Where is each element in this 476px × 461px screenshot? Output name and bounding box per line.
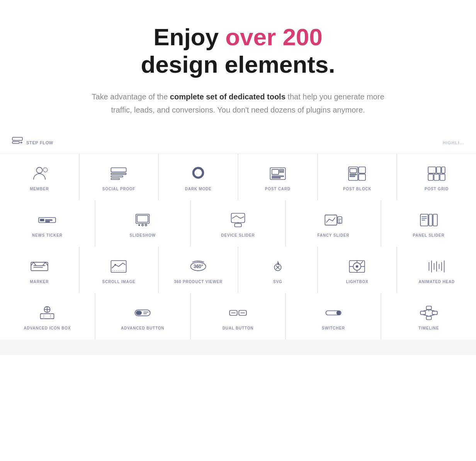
svg-rect-13 — [272, 169, 279, 174]
card-dual-button[interactable]: DUAL BUTTON — [191, 293, 286, 340]
slideshow-icon — [133, 212, 152, 228]
360-viewer-label: 360 PRODUCT VIEWER — [174, 280, 223, 284]
card-panel-slider[interactable]: PANEL SLIDER — [381, 200, 476, 247]
svg-rect-53 — [31, 262, 48, 271]
card-post-block[interactable]: POST BLOCK — [318, 154, 397, 200]
scroll-image-icon — [109, 259, 128, 274]
svg-point-4 — [36, 167, 42, 173]
row-2: NEWS TICKER SLIDESHOW — [0, 200, 476, 247]
svg-line-71 — [360, 261, 363, 264]
dark-mode-icon — [189, 166, 207, 181]
card-marker[interactable]: MARKER — [0, 247, 79, 293]
member-icon — [30, 166, 49, 181]
svg-rect-20 — [359, 174, 366, 180]
card-switcher[interactable]: SWITCHER — [286, 293, 381, 340]
svg-point-38 — [145, 224, 147, 226]
bottom-spacer — [0, 340, 476, 355]
svg-rect-19 — [359, 167, 366, 173]
news-ticker-icon — [38, 212, 56, 228]
360-viewer-icon: 360° — [189, 259, 207, 274]
svg-rect-16 — [272, 176, 284, 177]
marker-label: MARKER — [30, 280, 49, 284]
svg-rect-98 — [432, 311, 437, 315]
post-block-label: POST BLOCK — [343, 187, 372, 191]
fancy-slider-label: FANCY SLIDER — [317, 233, 349, 237]
svg-point-57 — [115, 264, 116, 266]
panel-slider-icon — [420, 212, 438, 228]
social-proof-label: SOCIAL PROOF — [102, 187, 136, 191]
card-post-card[interactable]: POST CARD — [238, 154, 317, 200]
svg-rect-7 — [111, 173, 126, 174]
card-member[interactable]: MEMBER — [0, 154, 79, 200]
card-fancy-slider[interactable]: FANCY SLIDER — [286, 200, 381, 247]
fancy-slider-icon — [324, 212, 343, 228]
post-grid-icon — [427, 166, 446, 181]
svg-rect-15 — [279, 172, 284, 172]
svg-rect-22 — [350, 174, 357, 175]
hero-title-accent: over 200 — [225, 24, 323, 50]
step-flow-icon — [12, 137, 23, 149]
svg-line-104 — [429, 314, 435, 316]
card-social-proof[interactable]: SOCIAL PROOF — [80, 154, 158, 200]
dual-button-label: DUAL BUTTON — [223, 326, 254, 330]
hero-subtitle: Take advantage of the complete set of de… — [91, 90, 385, 116]
svg-rect-40 — [235, 224, 241, 227]
social-proof-icon — [109, 166, 128, 181]
animated-head-label: ANIMATED HEAD — [418, 280, 455, 284]
card-timeline[interactable]: TIMELINE — [381, 293, 476, 340]
lightbox-icon — [348, 259, 366, 274]
card-scroll-image[interactable]: SCROLL IMAGE — [80, 247, 158, 293]
card-news-ticker[interactable]: NEWS TICKER — [0, 200, 95, 247]
post-block-icon — [348, 166, 366, 181]
step-flow-label: STEP FLOW — [26, 140, 53, 145]
card-dark-mode[interactable]: DARK MODE — [159, 154, 238, 200]
svg-point-11 — [194, 169, 202, 177]
slideshow-label: SLIDESHOW — [129, 233, 156, 237]
svg-line-101 — [423, 309, 428, 311]
card-animated-head[interactable]: ANIMATED HEAD — [397, 247, 476, 293]
svg-rect-49 — [433, 214, 437, 226]
card-advanced-icon-box[interactable]: ADVANCED ICON BOX — [0, 293, 95, 340]
timeline-icon — [420, 305, 438, 321]
highlight-label: HIGHLI... — [443, 140, 464, 145]
post-card-label: POST CARD — [265, 187, 291, 191]
card-post-grid[interactable]: POST GRID — [397, 154, 476, 200]
row-4: ADVANCED ICON BOX ADVANCED BUTTON — [0, 293, 476, 340]
advanced-button-icon — [133, 305, 152, 321]
panel-slider-label: PANEL SLIDER — [413, 233, 445, 237]
card-svg[interactable]: SVG — [238, 247, 317, 293]
post-grid-label: POST GRID — [425, 187, 449, 191]
device-slider-label: DEVICE SLIDER — [221, 233, 255, 237]
advanced-icon-box-label: ADVANCED ICON BOX — [24, 326, 71, 330]
card-advanced-button[interactable]: ADVANCED BUTTON — [95, 293, 190, 340]
card-slideshow[interactable]: SLIDESHOW — [95, 200, 190, 247]
timeline-label: TIMELINE — [418, 326, 439, 330]
scroll-image-label: SCROLL IMAGE — [102, 280, 135, 284]
row-3: MARKER SCROLL IMAGE 360° — [0, 247, 476, 293]
svg-rect-97 — [420, 311, 425, 315]
svg-rect-25 — [437, 167, 441, 173]
svg-line-102 — [429, 309, 435, 311]
svg-rect-35 — [137, 215, 148, 222]
dark-mode-label: DARK MODE — [185, 187, 212, 191]
svg-rect-82 — [41, 314, 54, 319]
lightbox-label: LIGHTBOX — [346, 280, 368, 284]
card-device-slider[interactable]: DEVICE SLIDER — [191, 200, 286, 247]
svg-rect-6 — [111, 168, 126, 172]
svg-point-66 — [356, 265, 359, 268]
switcher-label: SWITCHER — [322, 326, 345, 330]
card-360-viewer[interactable]: 360° 360 PRODUCT VIEWER — [159, 247, 238, 293]
step-flow-bar: STEP FLOW HIGHLI... — [0, 132, 476, 154]
advanced-icon-box-icon — [38, 305, 56, 321]
svg-point-36 — [138, 224, 140, 226]
svg-line-103 — [423, 314, 428, 316]
news-ticker-label: NEWS TICKER — [32, 233, 63, 237]
marker-icon — [30, 259, 49, 274]
svg-icon — [269, 259, 287, 274]
card-lightbox[interactable]: LIGHTBOX — [318, 247, 397, 293]
row-1: MEMBER SOCIAL PROOF DARK MOD — [0, 154, 476, 200]
svg-rect-17 — [272, 178, 280, 178]
svg-rect-32 — [46, 220, 52, 220]
svg-rect-48 — [429, 214, 432, 226]
svg-rect-1 — [12, 142, 19, 143]
